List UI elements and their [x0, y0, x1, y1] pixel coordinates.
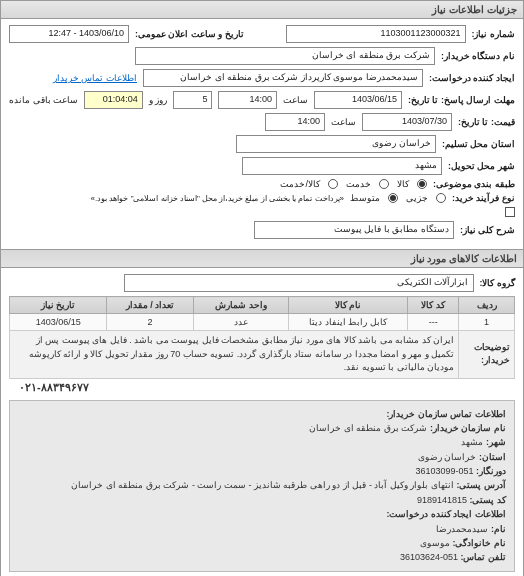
- deadline-date-field: 1403/06/15: [314, 91, 402, 109]
- c-city: مشهد: [461, 437, 483, 447]
- price-validity-label: قیمت: تا تاریخ:: [458, 117, 515, 127]
- desc-field: دستگاه مطابق با فایل پیوست: [254, 221, 454, 239]
- deadline-label: مهلت ارسال پاسخ: تا تاریخ:: [408, 95, 515, 105]
- contact-block: اطلاعات تماس سازمان خریدار: نام سازمان خ…: [9, 400, 515, 572]
- cell-date: 1403/06/15: [10, 314, 107, 331]
- creator-label: ایجاد کننده درخواست:: [429, 73, 515, 83]
- province-field: خراسان رضوی: [236, 135, 436, 153]
- radio-goods-service-label: کالا/خدمت: [280, 179, 320, 189]
- desc-label: شرح کلی نیاز:: [460, 225, 515, 235]
- c-province-label: استان:: [479, 452, 506, 462]
- items-section-title: اطلاعات کالاهای مورد نیاز: [1, 249, 523, 268]
- process-radio-group: جزیی متوسط: [350, 193, 446, 203]
- time-remaining-label: ساعت باقی مانده: [9, 95, 78, 105]
- cell-row: 1: [459, 314, 515, 331]
- price-validity-time-field: 14:00: [265, 113, 325, 131]
- c-province: خراسان رضوی: [418, 452, 477, 462]
- days-remaining-label: روز و: [149, 95, 168, 105]
- th-unit: واحد شمارش: [193, 297, 289, 314]
- category-radio-group: کالا خدمت کالا/خدمت: [280, 179, 427, 189]
- cell-unit: عدد: [193, 314, 289, 331]
- c-org-label: نام سازمان خریدار:: [430, 423, 506, 433]
- group-label: گروه کالا:: [480, 278, 516, 288]
- creator-field: سیدمحمدرضا موسوی کارپرداز شرکت برق منطقه…: [143, 69, 423, 87]
- c-phone: 051-36103624: [400, 552, 458, 562]
- radio-goods-service[interactable]: [328, 179, 338, 189]
- notes-row: توضیحات خریدار: ایران کد مشابه می باشد ک…: [10, 331, 515, 379]
- c-org: شرکت برق منطقه ای خراسان: [309, 423, 427, 433]
- c-address-label: آدرس پستی:: [457, 480, 507, 490]
- c-lastname-label: نام خانوادگی:: [453, 538, 507, 548]
- announce-label: تاریخ و ساعت اعلان عمومی:: [135, 29, 244, 39]
- city-label: شهر محل تحویل:: [448, 161, 515, 171]
- cell-code: ---: [408, 314, 459, 331]
- radio-service[interactable]: [379, 179, 389, 189]
- notes-text-cell: ایران کد مشابه می باشد کالا های مورد نیا…: [10, 331, 459, 379]
- c-city-label: شهر:: [486, 437, 506, 447]
- th-qty: تعداد / مقدار: [107, 297, 193, 314]
- c-creator-title: اطلاعات ایجاد کننده درخواست:: [387, 509, 507, 519]
- radio-goods[interactable]: [417, 179, 427, 189]
- c-postal-label: کد پستی:: [470, 495, 507, 505]
- items-table: ردیف کد کالا نام کالا واحد شمارش تعداد /…: [9, 296, 515, 379]
- province-label: استان محل تسلیم:: [442, 139, 515, 149]
- radio-medium-label: متوسط: [350, 193, 380, 203]
- footer-phone: ۰۲۱-۸۸۳۴۹۶۷۷: [9, 379, 515, 396]
- group-field: ابزارآلات الکتریکی: [124, 274, 474, 292]
- radio-small-label: جزیی: [406, 193, 428, 203]
- buyer-contact-link[interactable]: اطلاعات تماس خریدار: [53, 73, 137, 83]
- c-fax: 051-36103099: [415, 466, 473, 476]
- buyer-org-field: شرکت برق منطقه ای خراسان: [135, 47, 435, 65]
- c-phone-label: تلفن تماس:: [461, 552, 507, 562]
- time-remaining-field: 01:04:04: [84, 91, 143, 109]
- table-row: 1 --- کابل رابط اینفاد دیتا عدد 2 1403/0…: [10, 314, 515, 331]
- process-note: «پرداخت تمام یا بخشی از مبلغ خرید،از محل…: [91, 194, 344, 203]
- radio-goods-label: کالا: [397, 179, 409, 189]
- city-field: مشهد: [242, 157, 442, 175]
- c-name-label: نام:: [491, 524, 506, 534]
- time-label-1: ساعت: [283, 95, 308, 105]
- radio-medium[interactable]: [388, 193, 398, 203]
- notes-label-cell: توضیحات خریدار:: [459, 331, 515, 379]
- cell-name: کابل رابط اینفاد دیتا: [289, 314, 408, 331]
- checkbox-unknown[interactable]: [505, 207, 515, 217]
- th-code: کد کالا: [408, 297, 459, 314]
- notes-label: توضیحات خریدار:: [474, 342, 510, 366]
- panel-title: جزئیات اطلاعات نیاز: [1, 1, 523, 19]
- th-date: تاریخ نیاز: [10, 297, 107, 314]
- c-lastname: موسوی: [420, 538, 450, 548]
- deadline-time-field: 14:00: [218, 91, 277, 109]
- radio-service-label: خدمت: [346, 179, 371, 189]
- form-body: شماره نیاز: 1103001123000321 تاریخ و ساع…: [1, 19, 523, 249]
- announce-field: 1403/06/10 - 12:47: [9, 25, 129, 43]
- radio-small[interactable]: [436, 193, 446, 203]
- time-label-2: ساعت: [331, 117, 356, 127]
- c-address: انتهای بلوار وکیل آباد - قبل از دو راهی …: [71, 480, 454, 490]
- request-no-field: 1103001123000321: [286, 25, 466, 43]
- cell-qty: 2: [107, 314, 193, 331]
- category-label: طبقه بندی موضوعی:: [433, 179, 515, 189]
- c-fax-label: دورنگار:: [476, 466, 506, 476]
- price-validity-date-field: 1403/07/30: [362, 113, 452, 131]
- details-panel: جزئیات اطلاعات نیاز شماره نیاز: 11030011…: [0, 0, 524, 576]
- buyer-org-label: نام دستگاه خریدار:: [441, 51, 515, 61]
- process-type-label: نوع فرآیند خرید:: [452, 193, 515, 203]
- contact-title: اطلاعات تماس سازمان خریدار:: [387, 409, 507, 419]
- days-remaining-field: 5: [173, 91, 212, 109]
- c-postal: 9189141815: [417, 495, 467, 505]
- request-no-label: شماره نیاز:: [472, 29, 516, 39]
- th-name: نام کالا: [289, 297, 408, 314]
- c-name: سیدمحمدرضا: [436, 524, 488, 534]
- th-row: ردیف: [459, 297, 515, 314]
